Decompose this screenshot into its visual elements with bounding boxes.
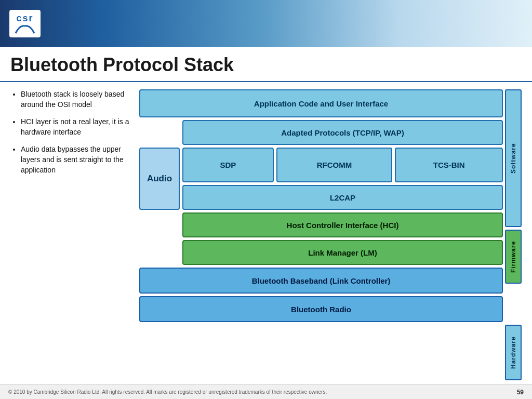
bullet-item-3: Audio data bypasses the upper layers and…	[21, 144, 130, 175]
app-code-layer: Application Code and User Interface	[139, 89, 503, 117]
page-title: Bluetooth Protocol Stack	[10, 54, 522, 76]
protocols-group: SDP RFCOMM TCS-BIN L2CAP	[182, 148, 503, 210]
link-manager-layer: Link Manager (LM)	[182, 240, 503, 265]
l2cap-layer: L2CAP	[182, 185, 503, 210]
footer: © 2010 by Cambridge Silicon Radio Ltd. A…	[0, 384, 532, 399]
bullet-item-2: HCI layer is not a real layer, it is a h…	[21, 117, 130, 137]
side-labels: Software Firmware Hardware	[505, 89, 522, 380]
bullet-list: Bluetooth stack is loosely based around …	[10, 89, 130, 175]
csr-logo-arc	[15, 24, 35, 34]
rfcomm-layer: RFCOMM	[276, 148, 393, 182]
footer-page-number: 59	[517, 389, 524, 396]
link-manager-row: Link Manager (LM)	[139, 240, 503, 265]
radio-row: Bluetooth Radio	[139, 296, 503, 322]
software-label: Software	[505, 89, 522, 227]
hardware-label: Hardware	[505, 325, 522, 380]
hci-layer: Host Controller Interface (HCI)	[182, 212, 503, 237]
baseband-row: Bluetooth Baseband (Link Controller)	[139, 268, 503, 294]
bullet-item-1: Bluetooth stack is loosely based around …	[21, 89, 130, 110]
sdp-rfcomm-row: SDP RFCOMM TCS-BIN	[182, 148, 503, 182]
csr-logo-text: csr	[16, 13, 33, 24]
title-area: Bluetooth Protocol Stack	[0, 47, 532, 82]
csr-logo: csr	[9, 10, 41, 37]
header-banner: csr	[0, 0, 532, 47]
diagram-wrapper: Application Code and User Interface Adap…	[139, 89, 503, 380]
app-code-row: Application Code and User Interface	[139, 89, 503, 117]
radio-layer: Bluetooth Radio	[139, 296, 503, 322]
diagram-inner: Application Code and User Interface Adap…	[139, 89, 503, 380]
audio-layer: Audio	[139, 148, 180, 210]
main-content: Bluetooth stack is loosely based around …	[0, 82, 532, 385]
sdp-layer: SDP	[182, 148, 274, 182]
bullet-section: Bluetooth stack is loosely based around …	[10, 89, 130, 380]
adapted-protocols-layer: Adapted Protocols (TCP/IP, WAP)	[182, 120, 503, 145]
hci-row: Host Controller Interface (HCI)	[139, 212, 503, 237]
audio-sdp-row: Audio SDP RFCOMM TCS-BIN L2CAP	[139, 148, 503, 210]
firmware-label: Firmware	[505, 230, 522, 284]
adapted-protocols-row: Adapted Protocols (TCP/IP, WAP)	[139, 120, 503, 145]
l2cap-row: L2CAP	[182, 185, 503, 210]
footer-copyright: © 2010 by Cambridge Silicon Radio Ltd. A…	[8, 389, 327, 395]
tcs-bin-layer: TCS-BIN	[395, 148, 503, 182]
baseband-layer: Bluetooth Baseband (Link Controller)	[139, 268, 503, 294]
